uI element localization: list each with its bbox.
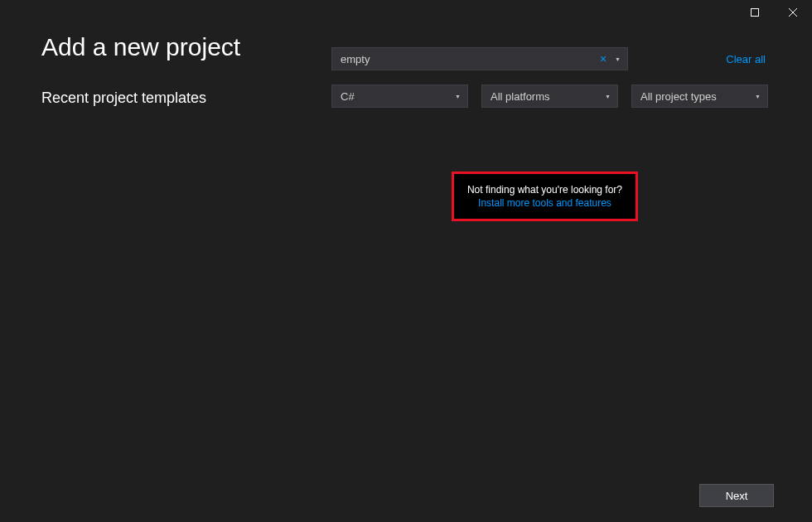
project-type-value: All project types	[640, 90, 717, 103]
install-tools-callout: Not finding what you're looking for? Ins…	[452, 172, 638, 221]
platform-value: All platforms	[491, 90, 550, 103]
search-input[interactable]	[331, 47, 628, 70]
maximize-button[interactable]	[736, 0, 774, 25]
recent-templates-heading: Recent project templates	[41, 89, 298, 107]
language-value: C#	[341, 90, 355, 103]
clear-search-icon[interactable]: ×	[597, 52, 609, 65]
title-bar	[0, 0, 812, 25]
svg-rect-0	[752, 9, 759, 17]
project-type-dropdown[interactable]: All project types ▼	[631, 85, 768, 108]
close-icon	[789, 8, 797, 17]
search-box: × ▼	[331, 47, 628, 70]
platform-dropdown[interactable]: All platforms ▼	[481, 85, 618, 108]
search-dropdown-icon[interactable]: ▼	[612, 56, 623, 62]
clear-all-link[interactable]: Clear all	[726, 53, 766, 65]
callout-heading: Not finding what you're looking for?	[464, 184, 626, 196]
page-title: Add a new project	[41, 33, 298, 61]
install-tools-link[interactable]: Install more tools and features	[464, 197, 626, 209]
next-button[interactable]: Next	[699, 484, 774, 507]
close-button[interactable]	[774, 0, 812, 25]
chevron-down-icon: ▼	[605, 94, 611, 99]
chevron-down-icon: ▼	[455, 94, 461, 99]
language-dropdown[interactable]: C# ▼	[331, 85, 468, 108]
chevron-down-icon: ▼	[755, 94, 761, 99]
maximize-icon	[751, 8, 759, 17]
